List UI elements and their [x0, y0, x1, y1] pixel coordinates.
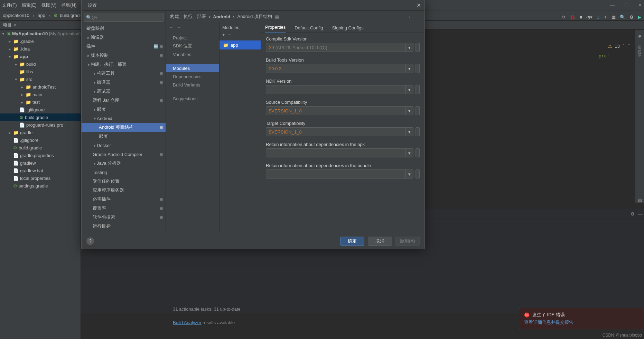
window-minimize-icon[interactable]: —: [610, 2, 615, 8]
target-compat-select[interactable]: $VERSION_1_8▾: [266, 127, 413, 136]
cat-java-analyzer[interactable]: ▸Java 分析器: [82, 159, 166, 168]
tree-folder[interactable]: ▸📁.idea: [0, 45, 81, 53]
tree-file[interactable]: 📄.gitignore: [0, 106, 81, 113]
cat-plugins[interactable]: 插件🔤 ▦: [82, 42, 166, 51]
cat-editor[interactable]: ▸编辑器: [82, 33, 166, 42]
nav-back-icon[interactable]: ←: [408, 14, 412, 19]
project-tree[interactable]: ▾▣MyApplication10 [My Application] ▸📁.gr…: [0, 30, 81, 339]
emulator-icon[interactable]: ▧: [638, 198, 642, 203]
cat-deploy[interactable]: ▸部署: [82, 105, 166, 114]
tree-folder[interactable]: ▸📁main: [0, 91, 81, 98]
menu-edit[interactable]: 编辑(E): [22, 2, 37, 8]
chevron-down-icon[interactable]: ▾: [405, 149, 413, 157]
tab-default-config[interactable]: Default Config: [295, 23, 323, 33]
cat-build[interactable]: ▾构建、执行、部署: [82, 60, 166, 69]
nav-back-icon[interactable]: ←: [169, 25, 173, 30]
tree-folder[interactable]: ▸📁.gradle: [0, 37, 81, 45]
search-input[interactable]: [92, 15, 161, 20]
apply-button[interactable]: 应用(A): [395, 237, 420, 246]
tree-file[interactable]: 📄gradle.properties: [0, 152, 81, 159]
settings-search[interactable]: 🔍: [84, 13, 164, 22]
cat-android-struct[interactable]: Android 项目结构▦: [82, 123, 166, 132]
breadcrumb-module[interactable]: app: [38, 13, 45, 18]
retain-apk-select[interactable]: ▾: [266, 148, 413, 157]
minimize-icon[interactable]: —: [253, 25, 258, 30]
stop-icon[interactable]: ■: [579, 15, 582, 20]
source-compat-select[interactable]: $VERSION_1_8▾: [266, 106, 413, 115]
cat-trusted[interactable]: 受信任的位置: [82, 177, 166, 186]
edit-icon[interactable]: [416, 64, 420, 73]
tree-file[interactable]: 📄gradlew.bat: [0, 167, 81, 174]
mid-deps[interactable]: Dependencies: [166, 72, 219, 81]
build-tools-select[interactable]: 29.0.3▾: [266, 64, 413, 73]
wifi-icon[interactable]: ⌂: [597, 15, 599, 20]
gear-icon[interactable]: ⚙: [629, 15, 634, 20]
mid-sdk[interactable]: SDK 位置: [166, 42, 219, 50]
tree-folder[interactable]: ▸📁androidTest: [0, 83, 81, 91]
chevron-down-icon[interactable]: ▾: [405, 170, 413, 178]
edit-icon[interactable]: [416, 85, 420, 94]
remove-module-icon[interactable]: −: [228, 32, 231, 40]
up-icon[interactable]: ˄: [623, 44, 625, 49]
warning-icon[interactable]: ⚠: [608, 44, 612, 49]
dropdown-icon[interactable]: ▾: [14, 22, 16, 28]
crumb-b[interactable]: Android: [213, 14, 230, 19]
cancel-button[interactable]: 取消: [368, 237, 392, 246]
cat-run-target[interactable]: 运行目标: [82, 222, 166, 231]
minimize-icon[interactable]: —: [638, 211, 643, 217]
tree-root[interactable]: ▾▣MyApplication10 [My Application]: [0, 30, 81, 37]
gear-icon[interactable]: ⚙: [631, 211, 635, 217]
chevron-down-icon[interactable]: ▾: [405, 64, 413, 73]
mid-variants[interactable]: Build Variants: [166, 81, 219, 89]
cat-coverage[interactable]: 覆盖率▦: [82, 204, 166, 213]
gradle-label[interactable]: Gradle: [638, 45, 642, 57]
breadcrumb-root[interactable]: opplication10: [3, 13, 29, 18]
tab-properties[interactable]: Properties: [265, 22, 286, 33]
search-icon[interactable]: 🔍: [620, 15, 625, 20]
edit-icon[interactable]: [416, 127, 420, 136]
tree-folder[interactable]: ▸📁gradle: [0, 129, 81, 136]
mid-suggestions[interactable]: Suggestions: [166, 94, 219, 103]
ok-button[interactable]: 确定: [340, 237, 364, 246]
cat-testing[interactable]: Testing: [82, 168, 166, 177]
retain-bundle-select[interactable]: ▾: [266, 170, 413, 178]
cat-keymap[interactable]: 键盘映射: [82, 24, 166, 33]
tree-folder[interactable]: ▾📁src: [0, 75, 81, 83]
tree-file[interactable]: ⚙build.gradle: [0, 144, 81, 152]
tree-folder[interactable]: ▸📁build: [0, 60, 81, 68]
profiler-icon[interactable]: ◔▾: [586, 15, 592, 20]
crumb-a[interactable]: 构建、执行、部署: [170, 13, 206, 20]
breadcrumb-file[interactable]: build.gradle: [60, 13, 83, 18]
cat-app-server[interactable]: 应用程序服务器: [82, 186, 166, 195]
menu-nav[interactable]: 导航(N): [61, 2, 76, 8]
edit-icon[interactable]: [416, 148, 420, 157]
window-close-icon[interactable]: ✕: [638, 2, 642, 8]
mid-variables[interactable]: Variables: [166, 50, 219, 58]
chevron-down-icon[interactable]: ▾: [405, 85, 413, 94]
nav-forward-icon[interactable]: →: [416, 14, 420, 19]
cat-build-tools[interactable]: ▸构建工具▦: [82, 69, 166, 78]
cat-deploy2[interactable]: 部署: [82, 132, 166, 141]
mid-project[interactable]: Project: [166, 34, 219, 42]
refresh-icon[interactable]: ⟳: [562, 15, 566, 20]
gradle-tool-icon[interactable]: ◆: [638, 33, 642, 38]
cat-vcs[interactable]: ▸版本控制▦: [82, 51, 166, 60]
edit-icon[interactable]: [416, 170, 420, 178]
edit-icon[interactable]: [416, 43, 420, 52]
tree-file[interactable]: 📄local.properties: [0, 174, 81, 182]
tree-folder[interactable]: ▸📁test: [0, 98, 81, 106]
tree-folder[interactable]: ▾📁app: [0, 53, 81, 60]
cat-required[interactable]: 必需插件▦: [82, 195, 166, 204]
cat-docker[interactable]: ▸Docker: [82, 141, 166, 150]
ndk-select[interactable]: ▾: [266, 85, 413, 94]
cat-pkg-search[interactable]: 软件包搜索▦: [82, 213, 166, 222]
menu-view[interactable]: 视图(V): [41, 2, 56, 8]
grid-icon[interactable]: ▦: [275, 14, 279, 19]
tree-file[interactable]: 📄gradlew: [0, 159, 81, 167]
chevron-down-icon[interactable]: ▾: [405, 128, 413, 136]
tree-file[interactable]: 📄proguard-rules.pro: [0, 121, 81, 129]
add-module-icon[interactable]: +: [222, 32, 225, 40]
compile-sdk-select[interactable]: 29(API 29: Android 10.0 (Q))▾: [266, 43, 413, 52]
cat-gradle-android[interactable]: Gradle-Android Compiler▦: [82, 150, 166, 159]
down-icon[interactable]: ˅: [628, 44, 630, 49]
